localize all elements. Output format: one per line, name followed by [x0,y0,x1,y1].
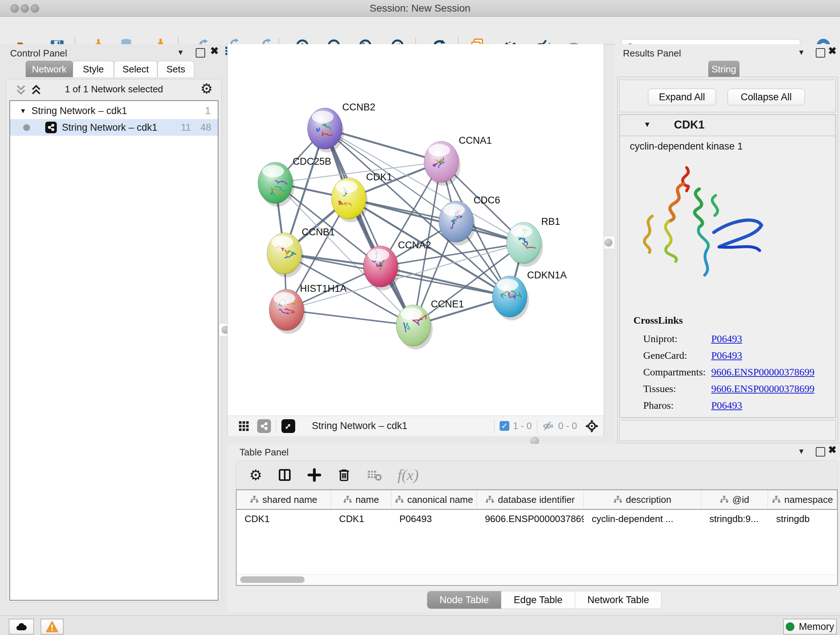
node-label-CDC25B: CDC25B [293,156,332,167]
gene-section: ▾ CDK1 cyclin-dependent kinase 1 [619,114,836,418]
main-toolbar: ? [0,17,840,44]
open-in-string-icon[interactable] [281,419,295,433]
hidden-items-icon[interactable] [542,421,554,432]
table-cell[interactable]: CDK1 [331,510,392,528]
tab-string[interactable]: String [708,61,739,77]
column-header-canonical-name[interactable]: canonical name [392,490,477,509]
tab-select[interactable]: Select [114,61,157,77]
table-panel-close-icon[interactable]: ✖ [828,446,836,454]
network-collection-row[interactable]: ▾ String Network – cdk1 1 [10,103,218,119]
column-header-name[interactable]: name [331,490,392,509]
network-node-CDK1[interactable]: CDK1 [332,172,392,222]
table-cell[interactable]: P06493 [392,510,477,528]
window-title: Session: New Session [0,3,840,14]
network-canvas[interactable]: CCNB2CCNA1CDC25BCDK1CDC6RB1CCNB1CCNA2CDK… [227,44,603,416]
network-node-RB1[interactable]: RB1 [507,216,561,267]
crosslink-label: Tissues: [643,383,711,394]
collapse-all-button[interactable]: Collapse All [728,89,805,105]
network-node-CCNB2[interactable]: CCNB2 [308,102,376,152]
control-panel-close-icon[interactable]: ✖ [210,47,218,55]
crosslink-link[interactable]: P06493 [711,350,742,361]
table-cell[interactable]: 9606.ENSP00000378699 [477,510,584,528]
results-panel-menu-caret[interactable]: ▾ [799,47,804,57]
memory-label: Memory [799,621,834,632]
gene-section-header[interactable]: ▾ CDK1 [620,115,835,136]
crosslink-link[interactable]: P06493 [711,333,742,345]
warnings-button[interactable] [41,619,64,635]
node-label-CDKN1A: CDKN1A [527,270,567,280]
crosslink-label: Uniprot: [643,333,711,345]
table-toolbar: ⚙ f(x) [236,461,838,489]
cytoscape-window: Session: New Session [0,0,840,635]
network-label: String Network – cdk1 [62,122,157,133]
string-view-badge-icon[interactable] [257,419,271,433]
results-panel: Results Panel ▾ ✖ String Expand All Coll… [615,44,840,442]
delete-table-icon[interactable] [366,468,382,482]
table-options-gear-icon[interactable]: ⚙ [249,468,262,482]
crosslink-row: Compartments:9606.ENSP00000378699 [643,364,831,380]
footer-separator [537,419,537,433]
protein-structure-image [632,161,774,286]
column-header-label: database identifier [498,494,575,505]
control-panel-float-icon[interactable] [196,48,205,57]
network-node-HIST1H1A[interactable]: HIST1H1A [269,283,347,334]
add-column-icon[interactable] [307,468,322,482]
birdseye-view-icon[interactable] [237,419,251,433]
crosslink-link[interactable]: 9606.ENSP00000378699 [711,383,814,394]
show-columns-icon[interactable] [278,468,292,482]
network-tree: ▾ String Network – cdk1 1 String Network… [9,100,218,600]
column-header--id[interactable]: @id [701,490,768,509]
table-cell[interactable]: stringdb [768,510,837,528]
scrollbar-thumb[interactable] [240,576,305,583]
selected-nodes-checkbox[interactable]: ✓ [500,421,509,431]
crosslink-link[interactable]: 9606.ENSP00000378699 [711,366,814,378]
network-options-gear-icon[interactable]: ⚙ [201,81,213,97]
network-edge-CCNB2-CCNE1[interactable] [325,128,414,325]
network-edge-CCNA2-CDKN1A[interactable] [381,266,510,296]
table-panel-menu-caret[interactable]: ▾ [799,446,804,456]
control-panel-menu-caret[interactable]: ▾ [178,47,183,57]
crosslink-link[interactable]: P06493 [711,400,742,411]
network-node-CCNB1[interactable]: CCNB1 [267,226,335,277]
crosslink-row: Pharos:P06493 [643,397,831,414]
table-row[interactable]: CDK1CDK1P064939606.ENSP00000378699cyclin… [237,510,837,528]
table-cell[interactable]: cyclin-dependent ... [584,510,701,528]
crosslink-label: Pharos: [643,400,711,411]
network-node-CDKN1A[interactable]: CDKN1A [493,270,567,320]
tab-node-table[interactable]: Node Table [427,591,501,608]
results-panel-float-icon[interactable] [816,48,825,57]
table-panel-float-icon[interactable] [816,447,825,456]
function-builder-icon[interactable]: f(x) [398,466,418,484]
collection-expander-caret[interactable]: ▾ [21,106,25,116]
network-node-CCNE1[interactable]: CCNE1 [396,299,464,349]
column-header-description[interactable]: description [584,490,701,509]
table-header-row: shared namenamecanonical namedatabase id… [237,490,837,510]
tab-network-table[interactable]: Network Table [575,591,662,608]
table-cell[interactable]: stringdb:9... [701,510,768,528]
network-node-CDC25B[interactable]: CDC25B [258,156,332,207]
column-header-namespace[interactable]: namespace [768,490,837,509]
horizontal-scrollbar[interactable] [237,575,836,584]
expand-all-button[interactable]: Expand All [648,89,716,105]
column-header-database-identifier[interactable]: database identifier [477,490,584,509]
tab-edge-table[interactable]: Edge Table [501,591,575,608]
gene-expander-caret[interactable]: ▾ [645,119,649,129]
tab-sets[interactable]: Sets [157,61,194,77]
results-panel-close-icon[interactable]: ✖ [828,47,836,55]
memory-button[interactable]: Memory [783,619,837,635]
column-header-shared-name[interactable]: shared name [237,490,331,509]
network-edge-count: 48 [201,122,211,133]
network-node-CDC6[interactable]: CDC6 [439,195,500,245]
tab-network[interactable]: Network [26,61,73,77]
network-row-selected[interactable]: String Network – cdk1 11 48 [10,119,218,136]
hidden-count-label: 0 - 0 [558,420,577,432]
node-label-CDC6: CDC6 [474,195,500,206]
crosslink-row: Tissues:9606.ENSP00000378699 [643,380,831,397]
hierarchy-icon [485,495,494,504]
table-cell[interactable]: CDK1 [237,510,331,528]
tab-style[interactable]: Style [73,61,114,77]
collection-count: 1 [205,105,210,117]
cloud-status-button[interactable] [9,619,34,635]
delete-column-icon[interactable] [337,468,351,482]
pan-crosshair-icon[interactable] [585,419,599,433]
